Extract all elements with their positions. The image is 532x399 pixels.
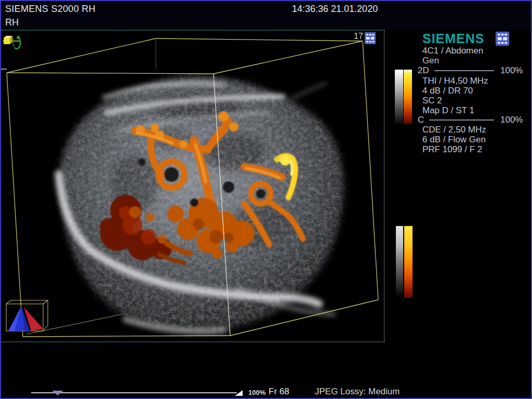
color-mode-param-1: CDE / 2,50 MHz — [422, 125, 486, 135]
depth-scale-tick — [1, 69, 7, 70]
b-mode-grayscale-bar — [395, 70, 403, 124]
frame-number: Fr 68 — [269, 387, 289, 397]
image-area-top-separator — [1, 30, 385, 31]
ultrasound-image-viewport — [1, 31, 385, 341]
image-area-bottom-separator — [1, 341, 385, 342]
color-mode-rule — [429, 119, 494, 121]
cine-scroll-end-marker — [235, 390, 243, 396]
b-mode-param-1: THI / H4,50 MHz — [422, 76, 488, 86]
patient-id: RH — [5, 17, 19, 28]
render-colormap-bar — [404, 226, 413, 298]
header-bar: SIEMENS S2000 RH 14:36:36 21.01.2020 RH — [1, 1, 531, 30]
color-mode-label: C — [418, 115, 424, 125]
b-mode-label: 2D — [418, 65, 429, 76]
b-mode-param-3: SC 2 — [422, 96, 442, 106]
b-mode-colormap-bar — [404, 70, 412, 124]
cine-scroll-handle[interactable] — [52, 391, 63, 395]
datetime: 14:36:36 21.01.2020 — [292, 4, 378, 15]
b-mode-param-2: 4 dB / DR 70 — [422, 86, 473, 96]
cine-review-icon[interactable] — [496, 32, 509, 46]
frame-counter: 17 — [354, 32, 363, 41]
film-strip-icon — [365, 32, 376, 44]
b-mode-param-4: Map D / ST 1 — [422, 105, 474, 116]
image-area-right-border — [384, 30, 384, 342]
exam-type: Gen — [422, 56, 439, 66]
parameter-panel: SIEMENS 4C1 / Abdomen Gen 2D 100% THI / … — [385, 30, 531, 398]
ultrasound-screen: SIEMENS S2000 RH 14:36:36 21.01.2020 RH — [0, 0, 532, 399]
siemens-logo: SIEMENS — [422, 31, 485, 46]
transducer-preset: 4C1 / Abdomen — [422, 46, 483, 56]
zoom-level: 100% — [248, 389, 265, 396]
system-title: SIEMENS S2000 RH — [5, 4, 96, 15]
color-mode-param-3: PRF 1099 / F 2 — [422, 144, 482, 155]
render-grayscale-bar — [396, 226, 403, 298]
compression-status: JPEG Lossy: Medium — [315, 387, 400, 397]
color-mode-param-2: 6 dB / Flow Gen — [422, 135, 486, 145]
cine-clip-icon[interactable] — [365, 32, 376, 44]
film-strip-icon — [496, 32, 509, 46]
color-mode-gain: 100% — [500, 115, 523, 125]
b-mode-gain: 100% — [500, 65, 523, 76]
b-mode-rule — [434, 70, 494, 71]
